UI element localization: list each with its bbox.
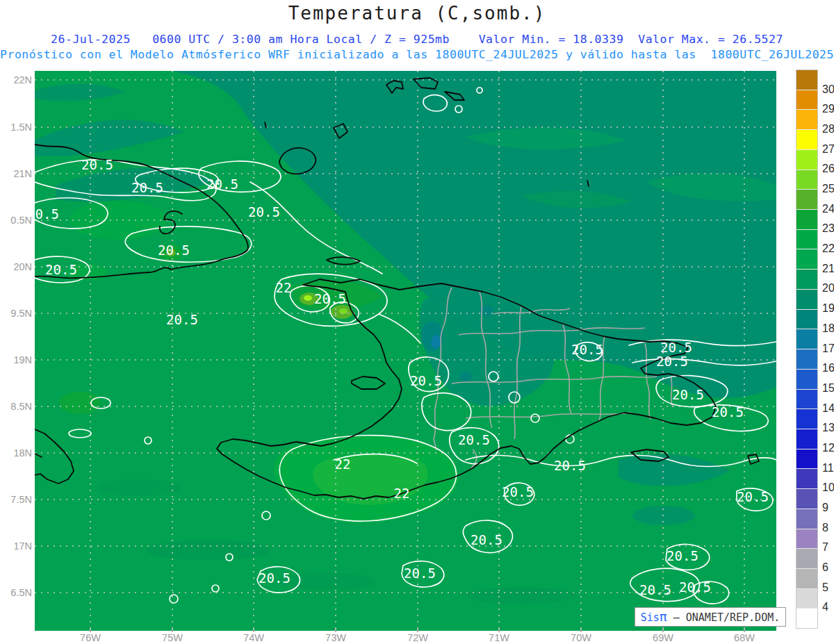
colorbar-cell [796, 149, 817, 170]
lon-tick-mark [417, 629, 418, 632]
lon-tick-label: 76W [70, 632, 111, 643]
model-info-header: Pronóstico con el Modelo Atmósferico WRF… [0, 48, 834, 61]
colorbar-value-label: 13 [822, 422, 834, 434]
contour-label: 20.5 [672, 387, 704, 402]
lat-tick-label: 21N [0, 167, 32, 180]
colorbar-value-label: 12 [822, 443, 834, 454]
colorbar-cell [796, 369, 817, 389]
colorbar-value-label: 15 [822, 383, 834, 394]
lon-tick-label: 74W [233, 632, 275, 643]
lon-tick-mark [90, 629, 91, 632]
lon-tick-label: 68W [723, 632, 765, 643]
colorbar-cell [796, 249, 817, 269]
lat-tick-label: 1.5N [0, 121, 32, 133]
colorbar-cell [796, 608, 817, 628]
valid-time-header: 26-Jul-2025 0600 UTC / 3:00 am Hora Loca… [0, 33, 834, 46]
colorbar-value-label: 10 [822, 482, 834, 493]
contour-label: 20.5 [35, 206, 59, 222]
colorbar-value-label: 11 [822, 463, 834, 474]
contour-label: 20.5 [571, 342, 603, 357]
contour-label: 20.5 [502, 484, 534, 499]
colorbar-value-label: 14 [822, 403, 834, 414]
lon-tick-label: 73W [315, 632, 357, 643]
contour-label: 20.5 [656, 354, 688, 369]
colorbar-cell [796, 209, 817, 229]
contour-label: 20.5 [458, 432, 490, 447]
weather-chart-page: Temperatura (C,somb.) 26-Jul-2025 0600 U… [0, 0, 834, 644]
colorbar-cell [796, 70, 817, 90]
lat-tick-label: 6.5N [0, 586, 32, 599]
colorbar-cell [796, 269, 817, 289]
colorbar-value-label: 22 [822, 243, 834, 254]
lon-tick-label: 69W [642, 632, 684, 643]
colorbar-value-label: 26 [822, 163, 834, 174]
colorbar-value-label: 28 [822, 124, 834, 135]
contour-label: 20.5 [81, 157, 113, 172]
lat-tick-label: 7.5N [0, 493, 32, 506]
lon-tick-mark [580, 629, 582, 632]
credit-text: – ONAMET/REP.DOM. [667, 611, 780, 624]
colorbar-value-label: 25 [822, 183, 834, 195]
contour-label: 20.5 [166, 312, 198, 327]
contour-label: 22 [335, 456, 351, 472]
colorbar-value-label: 24 [822, 204, 834, 215]
contour-label: 20.5 [248, 204, 280, 220]
contour-label: 20.5 [679, 579, 711, 595]
contour-label: 20.5 [639, 582, 671, 597]
colorbar-cell [796, 389, 817, 409]
colorbar-value-label: 17 [822, 343, 834, 354]
lon-tick-label: 70W [560, 632, 602, 643]
colorbar-cell [796, 129, 817, 149]
contour-label: 20.5 [660, 340, 692, 355]
lon-tick-mark [335, 629, 336, 632]
colorbar-value-label: 7 [822, 542, 834, 553]
colorbar-cell [796, 90, 817, 110]
lat-tick-label: 17N [0, 540, 32, 552]
colorbar-cell [796, 509, 817, 529]
contour-label: 20.5 [158, 242, 190, 258]
colorbar-value-label: 21 [822, 263, 834, 274]
colorbar-cell [796, 309, 817, 329]
lon-tick-label: 72W [397, 632, 439, 643]
pi-logo-icon: π [660, 609, 667, 624]
contour-label: 20.5 [404, 565, 436, 581]
colorbar-cell [796, 529, 817, 549]
temperature-field-map: 20.520.520.520.520.520.520.520.52220.520… [35, 71, 776, 631]
lat-tick-label: 9.5N [0, 307, 32, 320]
contour-label: 20.5 [554, 458, 586, 473]
contour-label: 20.5 [712, 404, 744, 420]
sis-logo-text: Sis [641, 611, 660, 624]
colorbar-value-label: 20 [822, 283, 834, 294]
lon-tick-mark [744, 629, 745, 632]
contour-label: 20.5 [314, 291, 346, 306]
colorbar-value-label: 19 [822, 303, 834, 314]
colorbar-value-label: 6 [822, 562, 834, 573]
colorbar-value-label: 8 [822, 522, 834, 534]
lat-tick-label: 19N [0, 354, 32, 366]
colorbar-value-label: 27 [822, 144, 834, 155]
colorbar-value-label: 23 [822, 223, 834, 234]
page-title: Temperatura (C,somb.) [0, 3, 834, 24]
lon-tick-label: 75W [152, 632, 193, 643]
contour-label: 20.5 [259, 570, 291, 586]
colorbar-cell [796, 548, 817, 568]
lon-tick-mark [498, 629, 500, 632]
lat-tick-label: 0.5N [0, 214, 32, 226]
contour-label: 20.5 [737, 489, 769, 504]
colorbar-cell [796, 189, 817, 209]
colorbar-cell [796, 468, 817, 488]
lon-tick-mark [253, 629, 254, 632]
colorbar-value-label: 4 [822, 602, 834, 613]
contour-label: 20.5 [410, 373, 442, 388]
lat-tick-label: 20N [0, 261, 32, 273]
colorbar-value-label: 16 [822, 363, 834, 374]
colorbar-value-label: 9 [822, 502, 834, 513]
credit-box: Sisπ – ONAMET/REP.DOM. [635, 607, 786, 627]
colorbar-value-label: 5 [822, 582, 834, 593]
lat-tick-label: 22N [0, 74, 32, 86]
contour-label: 22 [394, 486, 410, 501]
contour-label: 20.5 [471, 532, 502, 547]
colorbar-cell [796, 429, 817, 449]
colorbar-cell [796, 449, 817, 469]
colorbar-cell [796, 109, 817, 129]
